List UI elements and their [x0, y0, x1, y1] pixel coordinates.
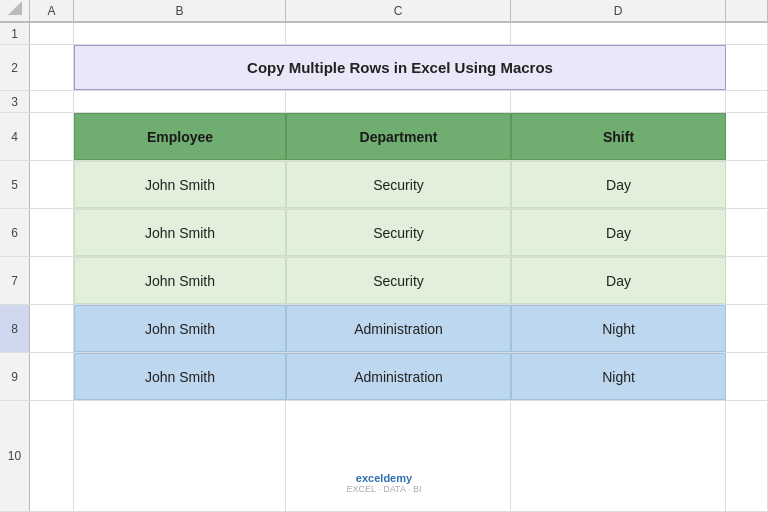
cell-a6[interactable]: [30, 209, 74, 256]
cell-e3: [726, 91, 768, 112]
cell-a10[interactable]: [30, 401, 74, 511]
cell-employee-5[interactable]: John Smith: [74, 161, 286, 208]
cell-c1[interactable]: [286, 23, 511, 44]
cell-shift-8[interactable]: Night: [511, 305, 726, 352]
header-shift[interactable]: Shift: [511, 113, 726, 160]
col-header-c[interactable]: C: [286, 0, 511, 22]
cell-e9: [726, 353, 768, 400]
cell-a2[interactable]: [30, 45, 74, 90]
cell-b10[interactable]: [74, 401, 286, 511]
cell-e2: [726, 45, 768, 90]
cell-e5: [726, 161, 768, 208]
cell-shift-9[interactable]: Night: [511, 353, 726, 400]
cell-e8: [726, 305, 768, 352]
cell-shift-6[interactable]: Day: [511, 209, 726, 256]
col-header-b[interactable]: B: [74, 0, 286, 22]
row-2: 2 Copy Multiple Rows in Excel Using Macr…: [0, 45, 768, 91]
cell-d1[interactable]: [511, 23, 726, 44]
cell-department-8[interactable]: Administration: [286, 305, 511, 352]
cell-e1: [726, 23, 768, 44]
cell-a1[interactable]: [30, 23, 74, 44]
header-department[interactable]: Department: [286, 113, 511, 160]
rownum-8: 8: [0, 305, 30, 352]
cell-a4[interactable]: [30, 113, 74, 160]
rownum-10: 10: [0, 401, 30, 511]
col-header-e: [726, 0, 768, 22]
cell-department-5[interactable]: Security: [286, 161, 511, 208]
cell-department-7[interactable]: Security: [286, 257, 511, 304]
col-header-d[interactable]: D: [511, 0, 726, 22]
row-7: 7 John Smith Security Day: [0, 257, 768, 305]
cell-a3[interactable]: [30, 91, 74, 112]
row-5: 5 John Smith Security Day: [0, 161, 768, 209]
col-header-a[interactable]: A: [30, 0, 74, 22]
row-1: 1: [0, 23, 768, 45]
cell-e10: [726, 401, 768, 511]
cell-a8[interactable]: [30, 305, 74, 352]
rownum-6: 6: [0, 209, 30, 256]
cell-shift-7[interactable]: Day: [511, 257, 726, 304]
cell-d10[interactable]: [511, 401, 726, 511]
cell-e7: [726, 257, 768, 304]
cell-d3[interactable]: [511, 91, 726, 112]
cell-shift-5[interactable]: Day: [511, 161, 726, 208]
rownum-3: 3: [0, 91, 30, 112]
row-10: 10: [0, 401, 768, 512]
grid-body: 1 2 Copy Multiple Rows in Excel Using Ma…: [0, 23, 768, 512]
rownum-2: 2: [0, 45, 30, 90]
cell-department-9[interactable]: Administration: [286, 353, 511, 400]
column-header-row: A B C D: [0, 0, 768, 23]
cell-a9[interactable]: [30, 353, 74, 400]
row-9: 9 John Smith Administration Night: [0, 353, 768, 401]
row-6: 6 John Smith Security Day: [0, 209, 768, 257]
rownum-4: 4: [0, 113, 30, 160]
cell-employee-7[interactable]: John Smith: [74, 257, 286, 304]
rownum-7: 7: [0, 257, 30, 304]
cell-c10[interactable]: [286, 401, 511, 511]
cell-e6: [726, 209, 768, 256]
spreadsheet: A B C D 1 2 Copy Multiple Rows in Excel …: [0, 0, 768, 512]
cell-e4: [726, 113, 768, 160]
row-8: 8 John Smith Administration Night: [0, 305, 768, 353]
cell-b1[interactable]: [74, 23, 286, 44]
cell-employee-9[interactable]: John Smith: [74, 353, 286, 400]
rownum-5: 5: [0, 161, 30, 208]
row-4: 4 Employee Department Shift: [0, 113, 768, 161]
cell-employee-8[interactable]: John Smith: [74, 305, 286, 352]
row-3: 3: [0, 91, 768, 113]
cell-c3[interactable]: [286, 91, 511, 112]
title-cell[interactable]: Copy Multiple Rows in Excel Using Macros: [74, 45, 726, 90]
rownum-1: 1: [0, 23, 30, 44]
header-employee[interactable]: Employee: [74, 113, 286, 160]
cell-b3[interactable]: [74, 91, 286, 112]
cell-a7[interactable]: [30, 257, 74, 304]
cell-a5[interactable]: [30, 161, 74, 208]
cell-employee-6[interactable]: John Smith: [74, 209, 286, 256]
rownum-9: 9: [0, 353, 30, 400]
svg-marker-0: [8, 1, 22, 15]
corner-cell: [0, 0, 30, 22]
cell-department-6[interactable]: Security: [286, 209, 511, 256]
